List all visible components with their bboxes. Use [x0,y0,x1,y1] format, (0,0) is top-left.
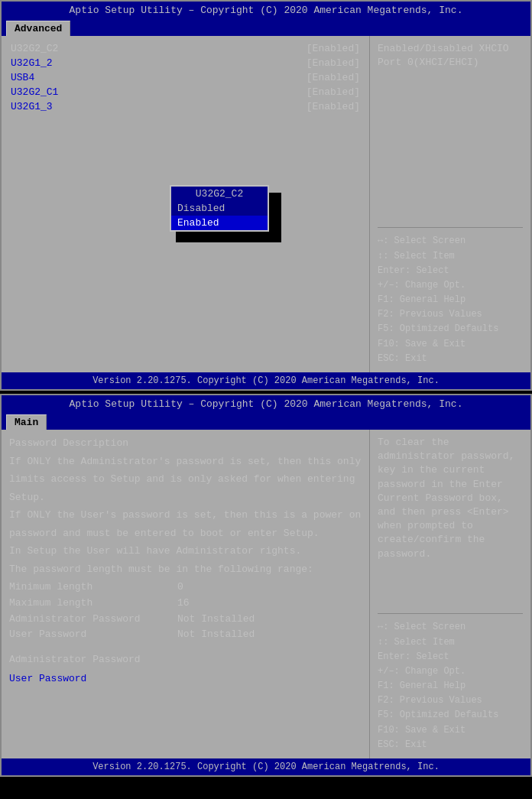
screen1-left-panel: U32G2_C2 [Enabled] U32G1_2 [Enabled] USB… [2,36,370,372]
shortcut2-save-exit: F10: Save & Exit [378,723,523,738]
menu-item-u32g2c2[interactable]: U32G2_C2 [Enabled] [9,42,362,55]
shortcut-general-help: F1: General Help [378,293,523,307]
menu-item-u32g1-3[interactable]: U32G1_3 [Enabled] [9,100,362,113]
user-password-link[interactable]: User Password [9,673,362,684]
row-admin-password: Administrator Password Not Installed [9,612,362,628]
shortcut2-enter-select: Enter: Select [378,650,523,664]
shortcut2-select-item: ↕: Select Item [378,635,523,650]
screen2-right-panel: To clear the administrator password, key… [370,430,530,758]
shortcut2-select-screen: ↔: Select Screen [378,620,523,635]
row-user-password: User Password Not Installed [9,627,362,643]
popup-title: U32G2_C2 [171,187,268,201]
desc-line-1: If ONLY the Administrator's password is … [9,454,362,469]
screen2-shortcuts: ↔: Select Screen ↕: Select Item Enter: S… [378,620,523,752]
row-max-length: Maximum length 16 [9,596,362,612]
screen2-divider [378,613,523,614]
desc-line-3: Setup. [9,490,362,505]
screen2: Aptio Setup Utility – Copyright (C) 2020… [0,394,532,777]
menu-item-u32g1-2[interactable]: U32G1_2 [Enabled] [9,57,362,70]
screen1-right-panel: Enabled/Disabled XHCIO Port 0(XHCI/EHCI)… [370,36,530,372]
screen1-content: U32G2_C2 [Enabled] U32G1_2 [Enabled] USB… [2,36,530,372]
popup-option-enabled[interactable]: Enabled [171,216,268,230]
menu-item-usb4[interactable]: USB4 [Enabled] [9,71,362,84]
shortcut2-general-help: F1: General Help [378,679,523,693]
row-min-length: Minimum length 0 [9,580,362,596]
shortcut2-esc-exit: ESC: Exit [378,738,523,752]
shortcut-select-item: ↕: Select Item [378,249,523,264]
screen2-title: Aptio Setup Utility – Copyright (C) 2020… [2,395,530,413]
desc-line-6: In Setup the User will have Administrato… [9,544,362,559]
popup-option-disabled[interactable]: Disabled [171,201,268,216]
desc-line-7: The password length must be in the follo… [9,562,362,577]
dropdown-popup: U32G2_C2 Disabled Enabled [170,185,269,232]
menu-item-u32g2c1[interactable]: U32G2_C1 [Enabled] [9,86,362,99]
desc-line-2: limits access to Setup and is only asked… [9,472,362,487]
desc-line-0: Password Description [9,436,362,451]
screen2-tab-row: Main [2,413,530,430]
screen1-tab-row: Advanced [2,19,530,36]
shortcut-optimized-defaults: F5: Optimized Defaults [378,322,523,336]
desc-line-4: If ONLY the User's password is set, then… [9,508,362,523]
shortcut-select-screen: ↔: Select Screen [378,234,523,248]
shortcut-enter-select: Enter: Select [378,264,523,278]
screen1-title: Aptio Setup Utility – Copyright (C) 2020… [2,2,530,19]
shortcut-previous-values: F2: Previous Values [378,307,523,322]
shortcut-esc-exit: ESC: Exit [378,352,523,366]
desc-line-5: password and must be entered to boot or … [9,526,362,541]
shortcut2-change-opt: +/–: Change Opt. [378,664,523,679]
shortcut2-previous-values: F2: Previous Values [378,693,523,708]
shortcut-change-opt: +/–: Change Opt. [378,278,523,293]
screen1-divider [378,227,523,228]
admin-password-link[interactable]: Administrator Password [9,654,362,665]
screen2-left-panel: Password Description If ONLY the Adminis… [2,430,370,758]
tab-main[interactable]: Main [6,414,47,430]
screen1: Aptio Setup Utility – Copyright (C) 2020… [0,0,532,391]
screen2-footer: Version 2.20.1275. Copyright (C) 2020 Am… [2,758,530,775]
tab-advanced[interactable]: Advanced [6,21,70,36]
shortcut-save-exit: F10: Save & Exit [378,337,523,352]
screen1-footer: Version 2.20.1275. Copyright (C) 2020 Am… [2,372,530,389]
screen2-help-text: To clear the administrator password, key… [378,436,523,607]
screen1-help-text: Enabled/Disabled XHCIO Port 0(XHCI/EHCI) [378,42,523,221]
shortcut2-optimized-defaults: F5: Optimized Defaults [378,708,523,723]
screen1-shortcuts: ↔: Select Screen ↕: Select Item Enter: S… [378,234,523,366]
screen2-content: Password Description If ONLY the Adminis… [2,430,530,758]
